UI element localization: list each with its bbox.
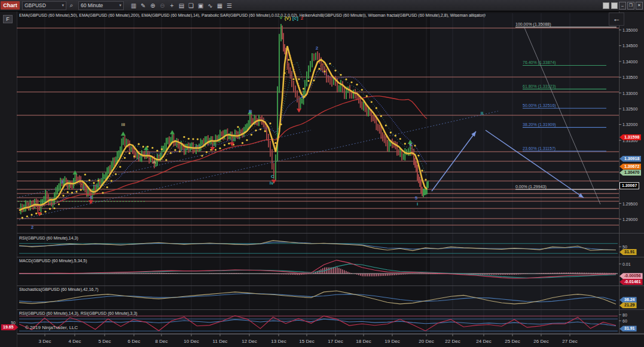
date-label: 25 Dec (505, 339, 520, 344)
date-label: 4 Dec (69, 339, 81, 344)
date-label: 10 Dec (184, 339, 199, 344)
toolbar: Chart GBPUSD ▾ ⌕ 60 Minute ▾ ▥✎⊕⊖+▤❏▣∿▦☰… (0, 0, 644, 11)
zoom-in-icon[interactable]: ⊕ (148, 1, 157, 10)
date-label: 24 Dec (476, 339, 491, 344)
indicator-value-badge: 21.29 (619, 302, 637, 308)
instrument-select[interactable]: GBPUSD ▾ (22, 1, 66, 10)
wave-label: 2 (301, 16, 303, 21)
fib-level-label: 0.00% (1.29943) (515, 185, 547, 189)
snapshot-icon[interactable]: ▣ (196, 1, 205, 10)
wave-label: 2 (31, 225, 33, 230)
price-tick: 1.32500 (622, 107, 637, 111)
wave-label: 4 (410, 142, 412, 148)
indicators-icon[interactable]: ∿ (206, 1, 215, 10)
price-badge: 1.30672 (619, 164, 641, 170)
titlebar-square-button-1[interactable] (603, 2, 609, 9)
wave-label: 1 (301, 94, 303, 99)
date-label: 13 Dec (271, 339, 286, 344)
toolbar-icons: ▥✎⊕⊖+▤❏▣∿▦☰ (129, 1, 234, 10)
interval-label: 60 Minute (81, 2, 103, 8)
indicator-value-badge: -0.00056 (619, 273, 643, 279)
indicator-left-tick: 50 (5, 321, 16, 325)
date-label: 27 Dec (562, 339, 577, 344)
window-controls: – ❐ ✕ (601, 2, 643, 10)
wave-label: (V) (285, 16, 291, 21)
strategies-icon[interactable]: ▦ (215, 1, 224, 10)
price-tick: 1.33000 (622, 91, 637, 95)
date-label: 17 Dec (328, 339, 343, 344)
price-badge: 1.30067 (619, 182, 639, 189)
date-label: 11 Dec (213, 339, 228, 344)
price-badge: 1.30918 (619, 156, 641, 162)
wave-label: A (152, 159, 156, 165)
wave-label: C (271, 174, 274, 179)
price-tick: 1.29500 (622, 201, 637, 205)
copyright-label: © 2019 NinjaTrader, LLC (25, 325, 78, 330)
panel-separator[interactable] (17, 233, 644, 234)
panel-separator[interactable] (17, 285, 644, 286)
indicator-left-badge: 19.65 (1, 324, 19, 330)
interval-select[interactable]: 60 Minute ▾ (78, 1, 124, 10)
wave-label: i (417, 201, 418, 207)
wave-label: [c] (292, 16, 298, 21)
wave-label: 5 (415, 195, 417, 201)
fib-level-label: 23.60% (1.31157) (523, 146, 556, 151)
indicator-value-badge: -0.01461 (619, 279, 643, 285)
price-tick: 1.35000 (622, 28, 637, 32)
date-label: 20 Dec (419, 339, 434, 344)
date-label: 22 Dec (445, 339, 460, 344)
date-label: 15 Dec (299, 339, 314, 344)
panel-label: Stochastics(GBPUSD (60 Minute),42,16,7) (19, 287, 99, 291)
indicator-value-badge: 36.24 (619, 297, 637, 303)
chart-canvas[interactable] (0, 0, 644, 347)
fib-level-label: 50.00% (1.32516) (523, 103, 556, 108)
chevron-down-icon: ▾ (119, 3, 121, 8)
restore-button[interactable]: ❐ (627, 2, 634, 10)
zoom-out-icon[interactable]: ⊖ (158, 1, 167, 10)
fib-level-label: 38.20% (1.31909) (523, 122, 556, 127)
date-label: 12 Dec (242, 339, 257, 344)
indicator-tick: 80 (622, 312, 627, 317)
price-tick: 1.32000 (622, 122, 637, 127)
price-tick: 1.29000 (622, 217, 637, 221)
report-icon[interactable]: ▤ (177, 1, 186, 10)
price-badge: 1.31598 (619, 134, 641, 140)
properties-icon[interactable]: ☰ (225, 1, 234, 10)
search-icon[interactable]: ⌕ (67, 1, 76, 10)
wave-label: iv (270, 180, 274, 186)
indicator-header: EMA(GBPUSD (60 Minute),50), EMA(GBPUSD (… (19, 13, 486, 17)
note-icon[interactable]: ❏ (187, 1, 196, 10)
minimize-button[interactable]: – (619, 2, 626, 10)
chart-tab[interactable]: Chart (1, 1, 20, 10)
date-label: 19 Dec (384, 339, 399, 344)
draw-tool-icon[interactable]: ✎ (139, 1, 148, 10)
date-label: 3 Dec (39, 339, 51, 344)
panel-separator[interactable] (17, 257, 644, 257)
wave-label: B (249, 109, 252, 114)
fib-level-label: 61.80% (1.33123) (523, 84, 556, 88)
date-label: 5 Dec (99, 339, 111, 344)
crosshair-icon[interactable]: + (167, 1, 176, 10)
panel-label: RSI(GBPUSD (60 Minute),14,3) (19, 236, 78, 240)
fib-level-label: 100.00% (1.35088) (515, 22, 551, 26)
panel-separator[interactable] (17, 309, 644, 310)
chart-style-icon[interactable]: ▥ (129, 1, 138, 10)
ninjatrader-chart-window: F Chart GBPUSD ▾ ⌕ 60 Minute ▾ ▥✎⊕⊖+▤❏▣∿… (0, 0, 644, 347)
close-button[interactable]: ✕ (636, 2, 643, 10)
panel-label: RSI(GBPUSD (60 Minute),14,3), RSI(GBPUSD… (19, 311, 138, 315)
indicator-tick: 60 (622, 319, 627, 323)
indicator-tick: 0.01 (622, 262, 631, 266)
panel-label: MACD(GBPUSD (60 Minute),5,34,5) (19, 259, 87, 263)
date-label: 8 Dec (155, 339, 168, 344)
wave-label: iii (121, 122, 126, 127)
fib-level-label: 76.40% (1.33874) (523, 60, 556, 65)
date-label: 18 Dec (356, 339, 371, 344)
price-tick: 1.33500 (622, 75, 637, 79)
titlebar-square-button-2[interactable] (611, 2, 618, 9)
wave-label: V (279, 15, 282, 20)
wave-label: 2 (316, 45, 318, 51)
indicator-value-badge: 31.91 (619, 325, 637, 331)
wave-label: ii (481, 110, 483, 116)
back-arrow-button[interactable]: ← (609, 13, 624, 26)
panel-separator[interactable] (17, 333, 644, 334)
